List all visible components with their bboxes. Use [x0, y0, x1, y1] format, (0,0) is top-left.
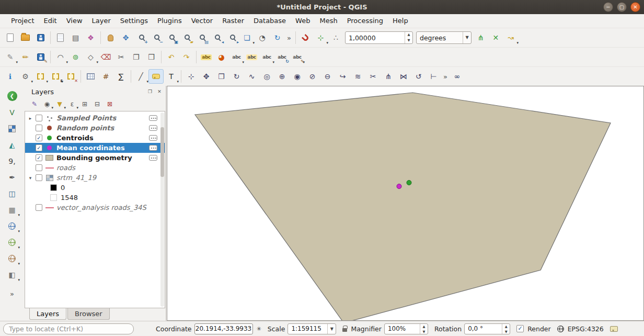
snapping-options-icon[interactable]: ⊹▾: [313, 30, 328, 45]
topological-editing-icon[interactable]: ⋔: [473, 30, 488, 45]
scrollbar-thumb[interactable]: [160, 127, 164, 177]
menu-processing[interactable]: Processing: [342, 14, 388, 28]
zoom-last-icon[interactable]: ◂: [209, 30, 224, 45]
coordinate-input[interactable]: [194, 323, 253, 334]
pan-to-selection-icon[interactable]: ✥: [118, 30, 133, 45]
field-calculator-icon[interactable]: #: [98, 69, 113, 84]
digitize-with-curve-icon[interactable]: ◠▾: [53, 50, 68, 64]
map-tips-icon[interactable]: [148, 69, 164, 84]
snap-tolerance-spinbox[interactable]: 1,00000 ▲▼: [345, 31, 413, 44]
add-raster-layer-icon[interactable]: [4, 121, 20, 136]
toggle-editing-icon[interactable]: ✏: [18, 50, 33, 64]
highlight-pinned-labels-icon[interactable]: abc: [244, 50, 259, 64]
avoid-overlap-icon[interactable]: ✕: [488, 30, 503, 45]
layer-checkbox[interactable]: [36, 164, 42, 171]
layer-checkbox[interactable]: ✓: [36, 144, 42, 151]
tab-browser[interactable]: Browser: [67, 308, 110, 320]
enable-tracing-icon[interactable]: ↝▾: [503, 30, 519, 45]
current-edits-icon[interactable]: ✎▾: [3, 50, 18, 64]
expander-icon[interactable]: ▾: [28, 175, 33, 181]
layout-manager-icon[interactable]: ▤: [68, 30, 83, 45]
add-part-icon[interactable]: ⊕: [274, 69, 290, 84]
layer-checkbox[interactable]: [36, 204, 42, 211]
menu-layer[interactable]: Layer: [87, 14, 116, 28]
locate-input[interactable]: [3, 323, 134, 334]
add-spatialite-layer-icon[interactable]: ✒: [4, 170, 20, 185]
temporal-controller-icon[interactable]: ◔: [255, 30, 270, 45]
float-panel-icon[interactable]: ❐: [146, 87, 154, 96]
measure-icon[interactable]: ╱▾: [133, 69, 148, 84]
spinbox-arrows[interactable]: ▲▼: [405, 32, 412, 43]
layer-item-bounding-geometry[interactable]: ✓Bounding geometry: [25, 153, 165, 163]
collapse-all-icon[interactable]: ⊟: [91, 98, 104, 110]
copy-features-icon[interactable]: ❐: [129, 50, 144, 64]
add-mesh-layer-icon[interactable]: ◭: [4, 137, 20, 152]
statistical-summary-icon[interactable]: ∑: [113, 69, 129, 84]
snapping-intersection-icon[interactable]: ∴: [328, 30, 343, 45]
scale-combo[interactable]: 1:159115 ▼: [288, 323, 336, 334]
delete-selected-icon[interactable]: ⌫: [98, 50, 113, 64]
rotate-feature-icon[interactable]: ↻: [229, 69, 244, 84]
close-button[interactable]: ✕: [630, 2, 640, 12]
expander-icon[interactable]: ▸: [28, 116, 33, 121]
rotate-label-icon[interactable]: abc↻: [274, 50, 290, 64]
change-label-icon[interactable]: abc✎▾: [290, 50, 305, 64]
simplify-feature-icon[interactable]: ∿: [244, 69, 259, 84]
reshape-features-icon[interactable]: ↪: [335, 69, 350, 84]
deselect-features-icon[interactable]: ✕: [63, 69, 78, 84]
data-source-manager-icon[interactable]: ❮: [4, 88, 20, 104]
zoom-in-icon[interactable]: +: [133, 30, 148, 45]
layer-item-centroids[interactable]: ✓Centroids: [25, 133, 165, 143]
zoom-to-layer-icon[interactable]: ▤: [194, 30, 209, 45]
magnifier-spinbox[interactable]: 100% ▲▼: [384, 323, 428, 334]
save-layer-edits-icon[interactable]: ✎: [33, 50, 48, 64]
snap-units-combo[interactable]: degrees ▼: [416, 31, 472, 44]
offset-curve-icon[interactable]: ≋: [350, 69, 365, 84]
add-virtual-layer-icon[interactable]: ▦▾: [4, 202, 20, 217]
zoom-full-icon[interactable]: ▣: [164, 30, 179, 45]
menu-web[interactable]: Web: [291, 14, 315, 28]
layer-labeling-icon[interactable]: abc: [199, 50, 214, 64]
filter-legend-icon[interactable]: ▼▾: [53, 98, 66, 110]
menu-raster[interactable]: Raster: [217, 14, 249, 28]
manage-map-themes-icon[interactable]: ◉▾: [41, 98, 53, 110]
layer-item-random-points[interactable]: Random points: [25, 123, 165, 133]
spinbox-arrows[interactable]: ▲▼: [420, 324, 428, 334]
filter-by-expression-icon[interactable]: ε▾: [66, 98, 78, 110]
add-delimited-text-layer-icon[interactable]: 9,: [4, 153, 20, 169]
open-project-icon[interactable]: [18, 30, 33, 45]
save-project-icon[interactable]: [33, 30, 48, 45]
scrollbar[interactable]: [160, 113, 164, 307]
run-feature-action-icon[interactable]: ⚙▾: [18, 69, 33, 84]
pin-labels-icon[interactable]: abc▾: [229, 50, 244, 64]
close-panel-icon[interactable]: ✕: [155, 87, 164, 96]
undo-icon[interactable]: ↶: [164, 50, 179, 64]
crs-globe-icon[interactable]: [557, 326, 564, 332]
add-arcgis-layer-icon[interactable]: ◧▾: [4, 267, 20, 282]
rotation-spinbox[interactable]: 0,0 ° ▲▼: [464, 323, 510, 334]
add-wfs-layer-icon[interactable]: ▾: [4, 251, 20, 266]
redo-icon[interactable]: ↷: [179, 50, 194, 64]
layer-checkbox[interactable]: [36, 174, 42, 181]
move-label-icon[interactable]: abc▾: [259, 50, 274, 64]
lock-scale-icon[interactable]: [342, 326, 347, 332]
move-feature-icon[interactable]: ✥: [199, 69, 214, 84]
rotate-point-symbols-icon[interactable]: ↺: [411, 69, 426, 84]
menu-edit[interactable]: Edit: [39, 14, 61, 28]
paste-features-icon[interactable]: ❒: [144, 50, 159, 64]
crs-status-button[interactable]: EPSG:4326: [568, 325, 604, 333]
open-attribute-table-icon[interactable]: [83, 69, 98, 84]
zoom-next-icon[interactable]: ▸: [224, 30, 239, 45]
rotation-value[interactable]: 0,0 °: [465, 325, 502, 332]
pan-map-icon[interactable]: [103, 30, 118, 45]
messages-icon[interactable]: [610, 326, 618, 332]
menu-view[interactable]: View: [62, 14, 87, 28]
layer-item-sampled-points[interactable]: ▸Sampled Points: [25, 113, 165, 123]
open-layer-styling-icon[interactable]: ✎: [28, 98, 41, 110]
fill-ring-icon[interactable]: ◉: [290, 69, 305, 84]
add-wms-layer-icon[interactable]: ▾: [4, 218, 20, 233]
enable-advanced-digitizing-icon[interactable]: ⊹: [183, 69, 199, 84]
toolbar-overflow-icon[interactable]: »: [441, 73, 450, 81]
render-checkbox[interactable]: ✓: [516, 325, 524, 332]
new-map-view-icon[interactable]: ❏▾: [239, 30, 255, 45]
